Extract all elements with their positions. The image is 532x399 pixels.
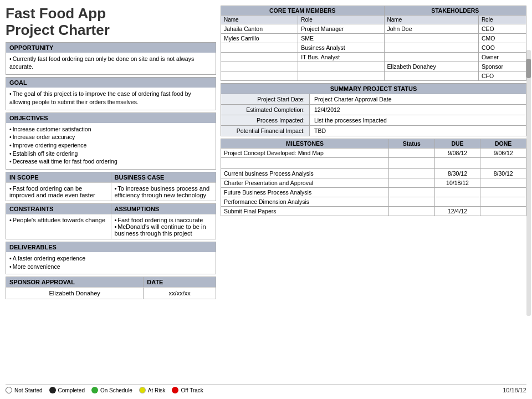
business-case-body: To increase business process and efficie… xyxy=(111,183,216,201)
objectives-body: Increase customer satisfaction Increase … xyxy=(6,123,216,169)
in-scope-text: Fast food ordering can be improved and m… xyxy=(9,185,95,198)
assumptions-body: Fast food ordering is inaccurate McDonal… xyxy=(111,214,216,239)
constraints-header: CONSTRAINTS xyxy=(6,204,111,214)
opportunity-header: OPPORTUNITY xyxy=(6,43,216,53)
off-track-icon xyxy=(172,387,178,393)
milestone-row-blank xyxy=(221,158,526,169)
core-team-header: CORE TEAM MEMBERS xyxy=(221,6,385,16)
legend-at-risk: At Risk xyxy=(139,387,166,393)
legend: Not Started Completed On Schedule At Ris… xyxy=(6,387,203,393)
left-column: Fast Food App Project Charter OPPORTUNIT… xyxy=(6,6,216,381)
on-schedule-label: On Schedule xyxy=(100,387,132,393)
goal-section: GOAL The goal of this project is to impr… xyxy=(6,77,216,110)
stake-role-2: CMO xyxy=(478,34,526,43)
summary-label-3: Process Impacted: xyxy=(221,115,310,125)
core-role-1: Project Manager xyxy=(298,24,384,34)
stakeholders-header: STAKEHOLDERS xyxy=(384,6,526,16)
stake-role-1: CEO xyxy=(478,24,526,34)
legend-on-schedule: On Schedule xyxy=(91,387,132,393)
business-case-header: BUSINESS CASE xyxy=(111,172,216,182)
assumption-2: McDonald's will continue to be in busine… xyxy=(115,223,213,237)
milestone-row-2: Current business Process Analysis 8/30/1… xyxy=(221,169,526,178)
sponsor-name: Elizabeth Donahey xyxy=(6,288,144,299)
milestone-due-6: 12/4/12 xyxy=(434,207,480,216)
core-role-5 xyxy=(298,62,384,71)
constraints-body: People's attitudes towards change xyxy=(6,214,111,239)
table-row: Myles Carrillo SME CMO xyxy=(221,34,526,43)
table-row: IT Bus. Analyst Owner xyxy=(221,53,526,62)
stake-role-3: COO xyxy=(478,43,526,53)
deliverables-section: DELIVERABLES A faster ordering experienc… xyxy=(6,242,216,274)
core-name-5 xyxy=(221,62,298,71)
scope-business-section: IN SCOPE BUSINESS CASE Fast food orderin… xyxy=(6,172,216,201)
footer-date: 10/18/12 xyxy=(503,387,526,393)
assumptions-header: ASSUMPTIONS xyxy=(111,204,216,214)
stake-name-3 xyxy=(384,43,478,53)
milestones-header: MILESTONES xyxy=(221,139,389,149)
milestone-status-3 xyxy=(389,178,435,188)
milestone-done-1: 9/06/12 xyxy=(480,149,526,158)
constraints-assumptions-section: CONSTRAINTS ASSUMPTIONS People's attitud… xyxy=(6,203,216,239)
milestone-status-1 xyxy=(389,149,435,158)
milestone-done-blank xyxy=(480,158,526,169)
milestone-row-1: Project Concept Developed: Mind Map 9/08… xyxy=(221,149,526,158)
obj-2: Increase order accuracy xyxy=(9,133,212,141)
constraints-assumptions-headers: CONSTRAINTS ASSUMPTIONS xyxy=(6,204,216,214)
scope-business-headers: IN SCOPE BUSINESS CASE xyxy=(6,172,216,182)
milestone-name-3: Charter Presentation and Approval xyxy=(221,178,389,188)
milestone-status-blank xyxy=(389,158,435,169)
milestone-done-3 xyxy=(480,178,526,188)
not-started-label: Not Started xyxy=(14,387,43,393)
scrollbar-thumb[interactable] xyxy=(526,59,531,78)
title-line1: Fast Food App xyxy=(6,5,106,22)
opportunity-body: Currently fast food ordering can only be… xyxy=(6,53,216,74)
milestone-due-3: 10/18/12 xyxy=(434,178,480,188)
opportunity-text: Currently fast food ordering can only be… xyxy=(9,55,194,70)
core-name-6 xyxy=(221,71,298,81)
core-role-col: Role xyxy=(298,16,384,24)
deliverable-1: A faster ordering experience xyxy=(9,254,212,263)
business-case-text: To increase business process and efficie… xyxy=(115,185,210,198)
milestones-due-col: DUE xyxy=(434,139,480,149)
goal-body: The goal of this project is to improve t… xyxy=(6,88,216,109)
stake-role-4: Owner xyxy=(478,53,526,62)
stake-role-5: Sponsor xyxy=(478,62,526,71)
title-line2: Project Charter xyxy=(6,22,110,38)
stake-role-6: CFO xyxy=(478,71,526,81)
milestone-name-1: Project Concept Developed: Mind Map xyxy=(221,149,389,158)
summary-value-4: TBD xyxy=(310,126,526,136)
stake-name-5: Elizabeth Donahey xyxy=(384,62,478,71)
summary-label-2: Estimated Completion: xyxy=(221,105,310,115)
milestone-row-5: Performance Dimension Analysis xyxy=(221,197,526,207)
obj-1: Increase customer satisfaction xyxy=(9,125,212,134)
milestone-done-6 xyxy=(480,207,526,216)
at-risk-icon xyxy=(139,387,146,393)
right-column: CORE TEAM MEMBERS STAKEHOLDERS Name Role… xyxy=(221,6,526,381)
milestone-due-4 xyxy=(434,188,480,197)
title-area: Fast Food App Project Charter xyxy=(6,6,216,39)
at-risk-label: At Risk xyxy=(148,387,166,393)
core-name-3 xyxy=(221,43,298,53)
summary-row-3: Process Impacted: List the processes Imp… xyxy=(221,115,526,126)
stake-name-6 xyxy=(384,71,478,81)
core-name-1: Jahaila Canton xyxy=(221,24,298,34)
milestone-status-5 xyxy=(389,197,435,207)
constraints-assumptions-body: People's attitudes towards change Fast f… xyxy=(6,214,216,239)
summary-value-3: List the processes Impacted xyxy=(310,115,526,125)
milestones-status-col: Status xyxy=(389,139,435,149)
milestone-status-6 xyxy=(389,207,435,216)
milestone-status-2 xyxy=(389,169,435,178)
milestone-done-5 xyxy=(480,197,526,207)
milestones-table: MILESTONES Status DUE DONE Project Conce… xyxy=(221,139,526,216)
milestone-name-6: Submit Final Papers xyxy=(221,207,389,216)
on-schedule-icon xyxy=(91,387,98,393)
obj-3: Improve ordering experience xyxy=(9,141,212,150)
page: Fast Food App Project Charter OPPORTUNIT… xyxy=(0,0,532,399)
milestones-done-col: DONE xyxy=(480,139,526,149)
milestone-due-1: 9/08/12 xyxy=(434,149,480,158)
legend-not-started: Not Started xyxy=(6,387,43,393)
core-name-4 xyxy=(221,53,298,62)
goal-header: GOAL xyxy=(6,78,216,88)
scrollbar-track[interactable] xyxy=(526,50,531,316)
table-row: CFO xyxy=(221,71,526,81)
